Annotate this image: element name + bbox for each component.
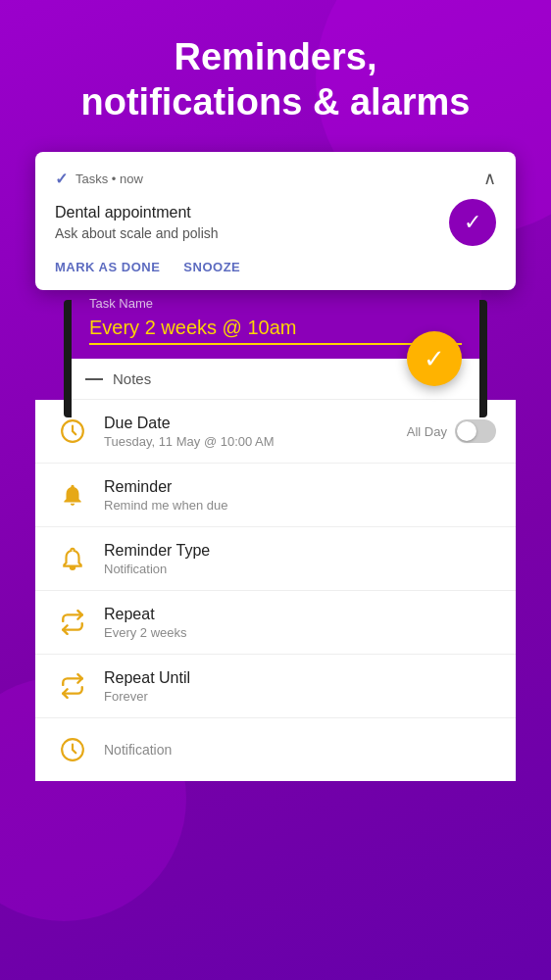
notification-actions: MARK AS DONE SNOOZE [55,260,496,274]
task-name-label: Task Name [89,296,462,311]
notification-header-left: ✓ Tasks • now [55,170,143,188]
bell-filled-icon [55,477,90,513]
settings-row-repeat[interactable]: Repeat Every 2 weeks [35,591,516,655]
phone-frame: Task Name Every 2 weeks @ 10am ✓ Notes [70,280,481,400]
phone-right-bar [479,300,487,417]
notification-text: Dental appointment Ask about scale and p… [55,204,449,241]
all-day-toggle[interactable] [455,419,496,443]
bottom-label: Notification [104,742,172,758]
chevron-up-icon[interactable]: ∧ [483,168,496,189]
snooze-button[interactable]: SNOOZE [183,260,240,274]
settings-row-reminder[interactable]: Reminder Remind me when due [35,464,516,527]
due-date-right: All Day [407,419,496,443]
reminder-type-subtitle: Notification [104,562,496,576]
notification-card: ✓ Tasks • now ∧ Dental appointment Ask a… [35,152,516,290]
notification-check-icon: ✓ [464,210,481,235]
notification-title: Dental appointment [55,204,449,221]
page-content: Reminders, notifications & alarms ✓ Task… [0,0,551,980]
clock-icon [55,414,90,449]
all-day-label: All Day [407,424,447,439]
reminder-type-title: Reminder Type [104,542,496,560]
toggle-thumb [457,421,476,441]
repeat-icon [55,605,90,640]
notes-label: Notes [113,370,151,387]
settings-row-reminder-type[interactable]: Reminder Type Notification [35,527,516,591]
due-date-text: Due Date Tuesday, 11 May @ 10:00 AM [104,415,407,449]
reminder-type-text: Reminder Type Notification [104,542,496,576]
mark-as-done-button[interactable]: MARK AS DONE [55,260,160,274]
reminder-subtitle: Remind me when due [104,498,496,513]
check-icon: ✓ [55,170,68,188]
repeat-subtitle: Every 2 weeks [104,625,496,640]
bottom-clock-icon [55,732,90,767]
due-date-subtitle: Tuesday, 11 May @ 10:00 AM [104,434,407,449]
settings-row-repeat-until[interactable]: Repeat Until Forever [35,655,516,718]
settings-list: Due Date Tuesday, 11 May @ 10:00 AM All … [35,400,516,718]
reminder-text: Reminder Remind me when due [104,478,496,513]
settings-row-due-date[interactable]: Due Date Tuesday, 11 May @ 10:00 AM All … [35,400,516,464]
phone-left-bar [64,300,72,417]
notification-check-button[interactable]: ✓ [449,199,496,246]
repeat-until-text: Repeat Until Forever [104,669,496,704]
notification-meta: Tasks • now [75,172,143,186]
task-name-input[interactable]: Every 2 weeks @ 10am [89,317,462,345]
repeat-until-icon [55,668,90,704]
notification-body: Dental appointment Ask about scale and p… [55,199,496,246]
page-title: Reminders, notifications & alarms [42,0,510,152]
dash-icon [85,378,103,380]
due-date-title: Due Date [104,415,407,432]
reminder-title: Reminder [104,478,496,496]
fab-confirm-button[interactable]: ✓ [407,331,462,386]
bottom-partial-row[interactable]: Notification [35,718,516,781]
bell-outline-icon [55,541,90,576]
repeat-title: Repeat [104,606,496,623]
notification-header: ✓ Tasks • now ∧ [55,168,496,189]
repeat-until-title: Repeat Until [104,669,496,687]
task-editor: Task Name Every 2 weeks @ 10am ✓ [70,280,481,359]
repeat-text: Repeat Every 2 weeks [104,606,496,640]
repeat-until-subtitle: Forever [104,689,496,704]
fab-check-icon: ✓ [424,344,445,374]
notification-subtitle: Ask about scale and polish [55,225,449,241]
